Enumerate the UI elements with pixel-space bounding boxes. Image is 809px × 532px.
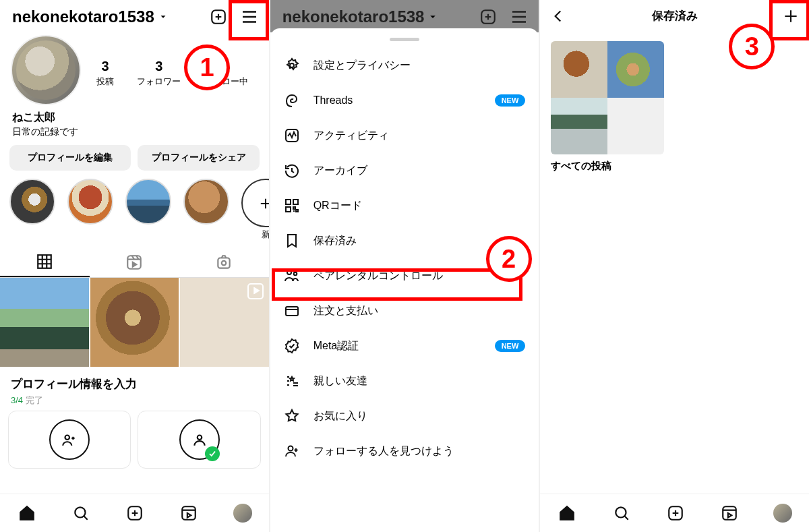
grid-icon [36, 253, 53, 270]
people-icon [61, 431, 78, 448]
home-icon [558, 504, 576, 522]
story-highlights: ＋ 新 [0, 179, 269, 247]
post-tile[interactable] [0, 278, 89, 367]
create-button[interactable] [208, 7, 229, 27]
tab-tagged[interactable] [179, 247, 269, 277]
nav-home[interactable] [557, 503, 577, 523]
nav-reels[interactable] [719, 503, 740, 523]
svg-rect-1 [38, 255, 52, 268]
verified-icon [284, 338, 300, 354]
sheet-grabber[interactable] [390, 38, 419, 41]
chevron-left-icon [549, 7, 567, 25]
chevron-down-icon [428, 12, 438, 22]
back-button[interactable] [548, 6, 568, 26]
post-tile[interactable] [180, 278, 269, 367]
saved-header: 保存済み [540, 0, 809, 32]
annotation-number-2: 2 [486, 236, 532, 282]
stat-posts[interactable]: 3 投稿 [96, 59, 114, 88]
bio-text: 日常の記録です [0, 125, 269, 145]
collection-all-posts[interactable]: すべての投稿 [551, 41, 664, 173]
nav-search[interactable] [611, 503, 632, 523]
story-highlight[interactable] [9, 179, 55, 225]
svg-point-7 [76, 507, 86, 517]
story-highlight[interactable] [125, 179, 171, 225]
svg-rect-18 [286, 307, 298, 316]
nav-profile[interactable] [233, 504, 252, 523]
svg-point-4 [222, 261, 227, 266]
annotation-number-3: 3 [729, 24, 775, 69]
nav-create[interactable] [125, 503, 145, 523]
bookmark-icon [284, 233, 300, 249]
hamburger-icon [509, 7, 529, 27]
suggestion-card[interactable] [8, 411, 131, 469]
activity-icon [284, 127, 300, 144]
menu-verified[interactable]: Meta認証NEW [270, 328, 539, 363]
reels-icon [180, 504, 198, 522]
dimmed-profile-header: nekonekotaro1538 [270, 0, 539, 32]
screen-saved: 保存済み 3 すべての投稿 [539, 0, 809, 532]
plus-square-icon [667, 504, 684, 522]
menu-favorites[interactable]: お気に入り [270, 398, 539, 434]
svg-rect-3 [218, 258, 230, 268]
page-title: 保存済み [652, 8, 698, 24]
menu-threads[interactable]: ThreadsNEW [270, 83, 539, 118]
stat-followers[interactable]: 3 フォロワー [137, 59, 181, 88]
stats-row: 3 投稿 3 フォロワー 4 フォロー中 [85, 35, 260, 105]
edit-profile-button[interactable]: プロフィールを編集 [9, 145, 131, 171]
screen-profile: nekonekotaro1538 1 3 投稿 3 フォロ [0, 0, 269, 532]
svg-point-19 [288, 446, 293, 451]
menu-discover[interactable]: フォローする人を見つけよう [270, 434, 539, 469]
list-star-icon [284, 373, 300, 389]
menu-activity[interactable]: アクティビティ [270, 118, 539, 153]
display-name: ねこ太郎 [0, 107, 269, 125]
menu-settings[interactable]: 設定とプライバシー [270, 48, 539, 83]
create-button [478, 7, 498, 27]
nav-search[interactable] [71, 503, 91, 523]
annotation-number-1: 1 [184, 45, 230, 90]
card-icon [284, 303, 300, 319]
post-tile[interactable] [90, 278, 179, 367]
bottom-nav [0, 494, 269, 532]
annotation-box-3 [769, 0, 809, 40]
reels-icon [125, 254, 143, 271]
story-highlight[interactable] [67, 179, 113, 225]
tab-grid[interactable] [0, 247, 90, 277]
home-icon [18, 504, 36, 522]
username-dropdown[interactable]: nekonekotaro1538 [12, 7, 168, 26]
username: nekonekotaro1538 [12, 7, 154, 26]
collection-label: すべての投稿 [551, 160, 664, 173]
svg-point-20 [616, 507, 626, 517]
avatar-thumb [233, 504, 252, 523]
new-badge: NEW [495, 340, 526, 352]
nav-reels[interactable] [179, 503, 199, 523]
add-person-icon [284, 443, 300, 459]
tab-reels[interactable] [90, 247, 179, 277]
svg-rect-13 [286, 200, 291, 204]
story-highlight[interactable] [183, 179, 229, 225]
svg-rect-22 [723, 506, 736, 520]
nav-profile[interactable] [773, 504, 792, 523]
nav-create[interactable] [665, 503, 686, 523]
add-story-label: 新 [241, 229, 269, 241]
annotation-box-1 [229, 0, 269, 40]
svg-rect-14 [293, 200, 298, 204]
suggestion-card[interactable] [138, 411, 260, 469]
share-profile-button[interactable]: プロフィールをシェア [138, 145, 259, 171]
threads-icon [284, 92, 300, 109]
add-story-highlight[interactable]: ＋ [241, 179, 269, 227]
gear-icon [284, 57, 300, 73]
svg-rect-2 [128, 256, 142, 269]
screen-menu-sheet: nekonekotaro1538 設定とプライバシー ThreadsNEW アク… [269, 0, 539, 532]
menu-close-friends[interactable]: 親しい友達 [270, 363, 539, 398]
archive-icon [284, 162, 300, 179]
menu-qr[interactable]: QRコード [270, 188, 539, 223]
svg-point-5 [65, 435, 70, 440]
nav-home[interactable] [17, 503, 37, 523]
avatar-thumb [773, 504, 792, 523]
reels-icon [721, 504, 738, 522]
bottom-nav [540, 494, 809, 532]
menu-archive[interactable]: アーカイブ [270, 153, 539, 188]
plus-square-icon [479, 8, 497, 26]
avatar[interactable] [11, 35, 81, 105]
progress-suffix: 完了 [23, 395, 43, 405]
